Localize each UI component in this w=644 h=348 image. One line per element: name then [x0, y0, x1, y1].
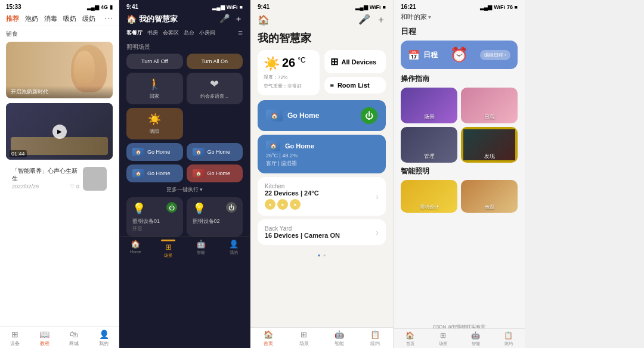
phone2-scene-meeting[interactable]: ❤ 约会多语喜...	[187, 73, 243, 104]
phone1-nav-device-label: 设备	[10, 340, 20, 347]
phone3-all-devices-btn[interactable]: ⊞ All Devices	[324, 50, 386, 73]
phone1-nav-profile[interactable]: 👤 我的	[89, 330, 119, 347]
phone3-add-icon[interactable]: ＋	[376, 14, 386, 26]
phone2-auto-label-4: Go Home	[208, 170, 231, 176]
phone2-auto-btn-2[interactable]: 🏠 Go Home	[187, 143, 243, 161]
phone2-room-tab-study[interactable]: 书房	[147, 29, 158, 37]
phone3-room-list-btn[interactable]: ≡ Room List	[324, 77, 386, 94]
phone4-ops-discover[interactable]: 发现	[461, 127, 518, 163]
phone4-sl-design-label: 照明设计	[401, 204, 457, 210]
phone3-nav-home-label: 首页	[264, 340, 273, 347]
phone2-menu-icon[interactable]: ☰	[238, 30, 243, 36]
phone3-mic-icon[interactable]: 🎤	[358, 14, 370, 26]
phone1-hero-card[interactable]: 开启泡奶新时代	[6, 42, 113, 98]
phone4-nav-profile[interactable]: 📋 统约	[492, 331, 525, 347]
phone4-nav-scene[interactable]: ⊞ 场景	[426, 331, 459, 347]
phone3-air-quality: 空气质量：非常好	[264, 83, 314, 89]
phone2-scene-meeting-label: 约会多语喜...	[200, 93, 228, 100]
phone1-bottom-nav: ⊞ 设备 📖 教程 🛍 商城 👤 我的	[0, 327, 119, 348]
phone4-nav-smart[interactable]: 🤖 智能	[459, 331, 492, 347]
phone2-more-actions[interactable]: 更多一键执行 ▾	[119, 182, 250, 197]
phone2-auto-btn-1[interactable]: 🏠 Go Home	[126, 143, 183, 161]
phone1-signal: ▂▄▆	[87, 4, 99, 10]
phone2-scene-sun[interactable]: ☀️ 晒阳	[126, 108, 183, 139]
phone4-home-chevron[interactable]: ▾	[428, 14, 431, 20]
phone1-tab-huannai[interactable]: 缓奶	[82, 14, 95, 23]
phone2-nav-scene[interactable]: ⊞ 场景	[152, 240, 185, 259]
phone2-room-tab-living[interactable]: 客餐厅	[126, 29, 143, 37]
phone3-profile-nav-icon: 📋	[370, 330, 380, 339]
phone3-weather-top: ☀️ 26 °C	[264, 56, 314, 72]
phone1-shop-icon: 🛍	[70, 330, 78, 339]
phone4-status-bar: 16:21 ▂▄▆ WiFi 76 ■	[394, 0, 525, 11]
phone1-nav-device[interactable]: ⊞ 设备	[0, 330, 30, 347]
phone2-smart-nav-icon: 🤖	[196, 240, 206, 248]
phone2-mic-icon[interactable]: 🎤	[219, 14, 230, 24]
phone2-nav-home[interactable]: 🏠 Home	[119, 240, 152, 259]
phone4-schedule-title: 日程	[394, 25, 525, 41]
phone4-battery: 76 ■	[507, 4, 518, 10]
phone3-time: 9:41	[258, 4, 270, 10]
phone2-scene-home[interactable]: 🚶 回家	[126, 73, 183, 104]
phone2-device1-power[interactable]: ⏻	[166, 202, 177, 213]
phone2-scene-off[interactable]: Turn All Off	[126, 54, 183, 69]
phone3-nav-scene[interactable]: ⊞ 场景	[286, 330, 322, 347]
phone2-nav-profile[interactable]: 👤 我的	[217, 240, 250, 259]
phone4-sl-temp[interactable]: 色温	[461, 180, 518, 213]
phone3-nav-profile[interactable]: 📋 统约	[357, 330, 393, 347]
phone2-room-tab-vip[interactable]: 会客区	[163, 29, 179, 37]
phone2-scene-on[interactable]: Turn All On	[187, 54, 243, 69]
phone3-power-btn-1[interactable]: ⏻	[361, 107, 377, 124]
phone4-schedule-card[interactable]: 📅 日程 ⏰ 编辑日程 ›	[401, 41, 518, 69]
phone1-more-icon[interactable]: ⋯	[104, 14, 113, 23]
phone2-device-card-2[interactable]: 💡 ⏻ 照明设备02	[187, 197, 243, 237]
phone2-add-icon[interactable]: ＋	[234, 14, 243, 24]
phone4-sl-design[interactable]: 照明设计	[401, 180, 457, 213]
phone1-tab-xinai[interactable]: 吸奶	[63, 14, 76, 23]
phone1-device-icon: ⊞	[11, 330, 18, 339]
phone1-tab-paonai[interactable]: 泡奶	[25, 14, 38, 23]
phone2-device-card-1[interactable]: 💡 ⏻ 照明设备01 开启	[126, 197, 183, 237]
phone4-ops-section: 操作指南 场景 日程 管理 发现	[394, 74, 525, 166]
phone3-backyard-card[interactable]: Back Yard 16 Devices | Camera ON ›	[258, 219, 386, 245]
phone4-smart-nav-icon: 🤖	[471, 331, 480, 340]
phone4-schedule-left: 📅 日程	[408, 49, 438, 61]
phone2-device2-name: 照明设备02	[193, 218, 237, 225]
phone4-nav-home[interactable]: 🏠 首页	[394, 331, 426, 347]
phone3-go-home-card-1[interactable]: 🏠 Go Home ⏻	[258, 100, 386, 131]
phone1-cat-fushi[interactable]: 辅食	[6, 30, 18, 38]
phone3-kitchen-card[interactable]: Kitchen 22 Devices | 24°C ● ● ● ›	[258, 177, 386, 216]
phone2-nav-smart[interactable]: 🤖 智能	[185, 240, 218, 259]
phone1-tab-xiaodu[interactable]: 消毒	[44, 14, 57, 23]
phone1-video-card[interactable]: ▶ 01:44	[6, 103, 113, 160]
phone1-article-card[interactable]: 「智能喂养」心声心生新生 2022/02/29 ♡ 0	[6, 164, 113, 193]
phone2-auto-btn-4[interactable]: 🏠 Go Home	[187, 164, 243, 182]
phone2-auto-label-3: Go Home	[147, 170, 171, 176]
phone4-ops-manage[interactable]: 管理	[401, 127, 457, 163]
phone3-go-home-card-2[interactable]: 🏠 Go Home 26°C | 48.2% 客厅 | 温湿墨	[258, 135, 386, 173]
phone4-schedule-btn[interactable]: 编辑日程 ›	[480, 50, 510, 60]
phone1-tab-tuijian[interactable]: 推荐	[6, 14, 19, 23]
phone1-play-button[interactable]: ▶	[52, 125, 67, 139]
phone3-nav-smart[interactable]: 🤖 智能	[322, 330, 358, 347]
phone3-nav-home[interactable]: 🏠 首页	[250, 330, 286, 347]
phone3-dot-2: ●	[277, 199, 288, 210]
phone3-go-home-label-2: Go Home	[285, 142, 314, 150]
phone2-room-tab-small[interactable]: 小房间	[199, 29, 215, 37]
phone1-nav-tutorial[interactable]: 📖 教程	[30, 330, 60, 347]
phone4-wifi: WiFi	[494, 4, 505, 10]
phone2-device2-power[interactable]: ⏻	[226, 202, 237, 213]
phone4-ops-scene[interactable]: 场景	[401, 88, 457, 123]
phone4-ops-title: 操作指南	[401, 74, 518, 84]
phone3-backyard-info: Back Yard 16 Devices | Camera ON	[265, 225, 376, 239]
phone2-room-tab-island[interactable]: 岛台	[184, 29, 194, 37]
phone2-nav-smart-label: 智能	[197, 250, 205, 256]
phone4-ops-schedule[interactable]: 日程	[461, 88, 518, 123]
phone1-category-row: 辅食	[0, 26, 119, 42]
phone2-auto-btn-3[interactable]: 🏠 Go Home	[126, 164, 183, 182]
phone4-nav-home-label: 首页	[406, 341, 414, 347]
phone2-scene-home-icon: 🚶	[148, 77, 161, 91]
phone2-device2-icon: 💡	[193, 202, 206, 215]
phone1-nav-shop[interactable]: 🛍 商城	[60, 330, 89, 347]
phone1-article-meta: 2022/02/29 ♡ 0	[12, 184, 79, 189]
